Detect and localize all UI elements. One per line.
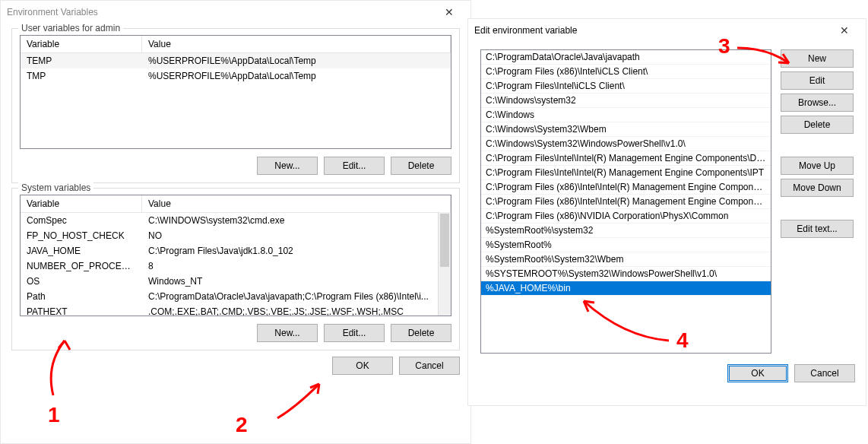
- table-row[interactable]: Path C:\ProgramData\Oracle\Java\javapath…: [21, 289, 451, 304]
- list-item[interactable]: %SYSTEMROOT%\System32\WindowsPowerShell\…: [481, 267, 771, 281]
- cell-var: NUMBER_OF_PROCESSORS: [21, 259, 142, 273]
- sys-edit-button[interactable]: Edit...: [324, 324, 385, 342]
- cancel-button[interactable]: Cancel: [399, 357, 460, 375]
- cell-val: NO: [142, 229, 451, 243]
- move-up-button[interactable]: Move Up: [781, 157, 854, 175]
- list-item[interactable]: C:\Program Files (x86)\NVIDIA Corporatio…: [481, 209, 771, 224]
- ok-button[interactable]: OK: [727, 364, 788, 382]
- col-value[interactable]: Value: [142, 195, 451, 212]
- close-icon[interactable]: ✕: [829, 20, 860, 41]
- cancel-button[interactable]: Cancel: [794, 364, 855, 382]
- titlebar[interactable]: Edit environment variable ✕: [468, 19, 866, 42]
- cell-var: ComSpec: [21, 214, 142, 227]
- table-header: Variable Value: [21, 36, 451, 53]
- system-vars-legend: System variables: [18, 182, 93, 193]
- system-vars-table[interactable]: Variable Value ComSpec C:\WINDOWS\system…: [20, 195, 451, 316]
- sys-new-button[interactable]: New...: [257, 324, 318, 342]
- table-row[interactable]: ComSpec C:\WINDOWS\system32\cmd.exe: [21, 213, 451, 228]
- dialog-title: Environment Variables: [7, 7, 98, 17]
- cell-var: OS: [21, 274, 142, 288]
- list-item[interactable]: C:\Windows: [481, 108, 771, 122]
- table-row[interactable]: JAVA_HOME C:\Program Files\Java\jdk1.8.0…: [21, 243, 451, 258]
- edit-env-var-dialog: Edit environment variable ✕ C:\ProgramDa…: [467, 18, 866, 406]
- sys-delete-button[interactable]: Delete: [391, 324, 451, 342]
- titlebar[interactable]: Environment Variables ✕: [1, 1, 470, 24]
- table-row[interactable]: TEMP %USERPROFILE%\AppData\Local\Temp: [21, 53, 451, 68]
- cell-val: %USERPROFILE%\AppData\Local\Temp: [142, 69, 451, 83]
- table-row[interactable]: NUMBER_OF_PROCESSORS 8: [21, 258, 451, 274]
- table-row[interactable]: PATHEXT .COM;.EXE;.BAT;.CMD;.VBS;.VBE;.J…: [21, 304, 451, 316]
- col-value[interactable]: Value: [142, 36, 451, 52]
- edit-button[interactable]: Edit: [781, 71, 854, 90]
- list-item[interactable]: C:\Program Files\Intel\iCLS Client\: [481, 79, 771, 94]
- close-icon[interactable]: ✕: [434, 2, 464, 23]
- list-item[interactable]: C:\Program Files (x86)\Intel\iCLS Client…: [481, 65, 771, 79]
- table-row[interactable]: TMP %USERPROFILE%\AppData\Local\Temp: [21, 68, 451, 84]
- cell-var: PATHEXT: [21, 305, 142, 316]
- cell-var: FP_NO_HOST_CHECK: [21, 229, 142, 243]
- list-item[interactable]: C:\Windows\System32\Wbem: [481, 122, 771, 137]
- cell-var: TMP: [21, 69, 142, 83]
- cell-var: Path: [21, 290, 142, 303]
- delete-button[interactable]: Delete: [781, 116, 854, 134]
- list-item[interactable]: C:\Program Files\Intel\Intel(R) Manageme…: [481, 151, 771, 166]
- scrollbar[interactable]: [438, 212, 451, 316]
- system-vars-section: System variables Variable Value ComSpec …: [11, 188, 460, 350]
- list-item[interactable]: %SystemRoot%: [481, 238, 771, 252]
- env-vars-dialog: Environment Variables ✕ User variables f…: [0, 0, 471, 444]
- cell-var: JAVA_HOME: [21, 244, 142, 258]
- user-vars-section: User variables for admin Variable Value …: [11, 28, 460, 183]
- user-edit-button[interactable]: Edit...: [324, 157, 385, 175]
- table-header: Variable Value: [21, 195, 451, 213]
- list-item[interactable]: %JAVA_HOME%\bin: [481, 281, 771, 296]
- user-delete-button[interactable]: Delete: [391, 157, 451, 175]
- dialog-title: Edit environment variable: [474, 25, 577, 36]
- cell-val: 8: [142, 259, 451, 273]
- table-row[interactable]: FP_NO_HOST_CHECK NO: [21, 228, 451, 243]
- browse-button[interactable]: Browse...: [781, 94, 854, 112]
- list-item[interactable]: C:\Windows\system32: [481, 94, 771, 108]
- path-list[interactable]: C:\ProgramData\Oracle\Java\javapathC:\Pr…: [480, 49, 771, 354]
- cell-val: C:\WINDOWS\system32\cmd.exe: [142, 214, 451, 227]
- list-item[interactable]: C:\Program Files\Intel\Intel(R) Manageme…: [481, 166, 771, 180]
- scroll-thumb[interactable]: [440, 214, 449, 267]
- cell-val: C:\ProgramData\Oracle\Java\javapath;C:\P…: [142, 290, 451, 303]
- list-item[interactable]: C:\Program Files (x86)\Intel\Intel(R) Ma…: [481, 195, 771, 209]
- edit-text-button[interactable]: Edit text...: [781, 220, 854, 238]
- cell-val: C:\Program Files\Java\jdk1.8.0_102: [142, 244, 451, 258]
- col-variable[interactable]: Variable: [21, 36, 142, 52]
- cell-var: TEMP: [21, 54, 142, 68]
- list-item[interactable]: C:\ProgramData\Oracle\Java\javapath: [481, 50, 771, 65]
- cell-val: %USERPROFILE%\AppData\Local\Temp: [142, 54, 451, 68]
- list-item[interactable]: C:\Windows\System32\WindowsPowerShell\v1…: [481, 137, 771, 151]
- user-vars-table[interactable]: Variable Value TEMP %USERPROFILE%\AppDat…: [20, 35, 451, 149]
- cell-val: Windows_NT: [142, 274, 451, 288]
- list-item[interactable]: %SystemRoot%\System32\Wbem: [481, 252, 771, 267]
- user-new-button[interactable]: New...: [257, 157, 318, 175]
- move-down-button[interactable]: Move Down: [781, 179, 854, 197]
- user-vars-legend: User variables for admin: [18, 23, 123, 33]
- ok-button[interactable]: OK: [332, 357, 393, 375]
- table-row[interactable]: OS Windows_NT: [21, 274, 451, 289]
- list-item[interactable]: C:\Program Files (x86)\Intel\Intel(R) Ma…: [481, 180, 771, 195]
- cell-val: .COM;.EXE;.BAT;.CMD;.VBS;.VBE;.JS;.JSE;.…: [142, 305, 451, 316]
- list-item[interactable]: %SystemRoot%\system32: [481, 224, 771, 238]
- new-button[interactable]: New: [781, 49, 854, 68]
- col-variable[interactable]: Variable: [21, 195, 142, 212]
